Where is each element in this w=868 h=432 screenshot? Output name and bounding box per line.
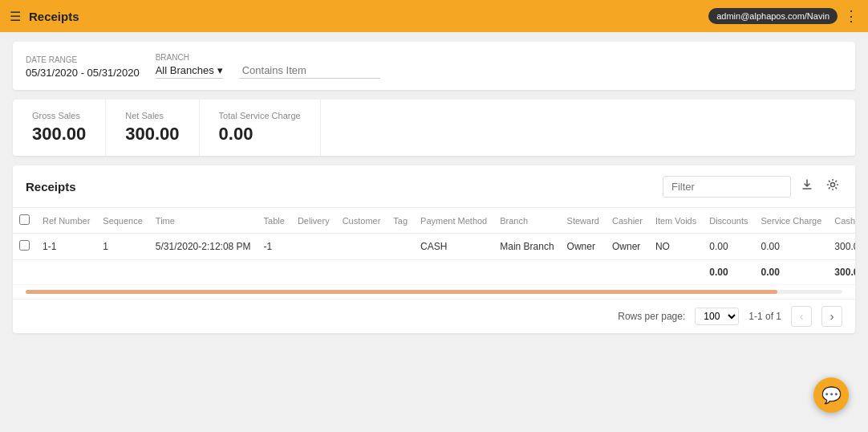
cell-sequence: 1 xyxy=(96,234,149,260)
scroll-bar-wrap xyxy=(13,285,855,299)
table-row[interactable]: 1-1 1 5/31/2020-2:12:08 PM -1 CASH Main … xyxy=(13,234,855,260)
user-badge: admin@alphapos.com/Navin xyxy=(708,8,838,24)
table-filter-input[interactable] xyxy=(663,176,791,198)
next-page-button[interactable]: › xyxy=(821,306,842,327)
table-actions xyxy=(663,175,842,198)
col-sequence: Sequence xyxy=(96,208,149,234)
table-wrapper: Ref Number Sequence Time Table Delivery … xyxy=(13,208,855,285)
col-cashier: Cashier xyxy=(606,208,649,234)
date-range-label: Date Range xyxy=(26,55,140,64)
table-header: Receipts xyxy=(13,165,855,208)
col-customer: Customer xyxy=(336,208,387,234)
page-title: Receipts xyxy=(29,10,79,23)
totals-customer xyxy=(336,260,387,285)
more-options-icon[interactable]: ⋮ xyxy=(844,7,858,25)
hamburger-icon[interactable]: ☰ xyxy=(10,9,21,24)
rows-per-page-select[interactable]: 100 50 25 xyxy=(695,308,739,325)
topbar-left: ☰ Receipts xyxy=(10,9,79,24)
date-range-value[interactable]: 05/31/2020 - 05/31/2020 xyxy=(26,67,140,79)
col-steward: Steward xyxy=(561,208,606,234)
cell-tag xyxy=(387,234,414,260)
download-icon xyxy=(801,178,813,191)
main-content: Date Range 05/31/2020 - 05/31/2020 Branc… xyxy=(0,32,868,343)
contains-group xyxy=(239,63,380,79)
cell-service-charge: 0.00 xyxy=(755,234,829,260)
scroll-bar xyxy=(26,290,842,294)
cell-item-voids: NO xyxy=(649,234,703,260)
gear-icon xyxy=(826,178,839,191)
net-sales-label: Net Sales xyxy=(125,111,179,120)
rows-per-page-label: Rows per page: xyxy=(618,311,685,322)
table-card: Receipts xyxy=(13,165,855,333)
totals-time xyxy=(149,260,258,285)
cell-cash-payments: 300.00 xyxy=(828,234,855,260)
filters-card: Date Range 05/31/2020 - 05/31/2020 Branc… xyxy=(13,42,855,90)
col-cash-payments: Cash Payments xyxy=(828,208,855,234)
col-time: Time xyxy=(149,208,258,234)
col-delivery: Delivery xyxy=(291,208,336,234)
service-charge-value: 0.00 xyxy=(219,124,301,145)
contains-item-input[interactable] xyxy=(239,63,380,79)
cell-branch: Main Branch xyxy=(493,234,560,260)
download-button[interactable] xyxy=(797,175,817,198)
date-range-group: Date Range 05/31/2020 - 05/31/2020 xyxy=(26,55,140,79)
row-checkbox[interactable] xyxy=(19,240,30,251)
service-charge-stat: Total Service Charge 0.00 xyxy=(200,100,321,156)
svg-point-0 xyxy=(831,183,835,187)
filter-row: Date Range 05/31/2020 - 05/31/2020 Branc… xyxy=(26,53,842,79)
cell-cashier: Owner xyxy=(606,234,649,260)
stats-card: Gross Sales 300.00 Net Sales 300.00 Tota… xyxy=(13,100,855,156)
gross-sales-stat: Gross Sales 300.00 xyxy=(13,100,106,156)
service-charge-label: Total Service Charge xyxy=(219,111,301,120)
totals-branch xyxy=(493,260,560,285)
totals-steward xyxy=(561,260,606,285)
cell-customer xyxy=(336,234,387,260)
cell-time: 5/31/2020-2:12:08 PM xyxy=(149,234,258,260)
totals-tag xyxy=(387,260,414,285)
col-discounts: Discounts xyxy=(703,208,754,234)
cell-table: -1 xyxy=(258,234,291,260)
totals-checkbox-cell xyxy=(13,260,36,285)
totals-cashier xyxy=(606,260,649,285)
cell-discounts: 0.00 xyxy=(703,234,754,260)
table-title: Receipts xyxy=(26,180,76,194)
receipts-table: Ref Number Sequence Time Table Delivery … xyxy=(13,208,855,285)
totals-table xyxy=(258,260,291,285)
row-checkbox-cell xyxy=(13,234,36,260)
cell-delivery xyxy=(291,234,336,260)
col-table: Table xyxy=(258,208,291,234)
select-all-header xyxy=(13,208,36,234)
pagination-row: Rows per page: 100 50 25 1-1 of 1 ‹ › xyxy=(13,299,855,333)
col-branch: Branch xyxy=(493,208,560,234)
branch-group: Branch All Branches ▾ xyxy=(156,53,223,79)
col-payment-method: Payment Method xyxy=(414,208,493,234)
prev-page-button[interactable]: ‹ xyxy=(791,306,812,327)
col-service-charge: Service Charge xyxy=(755,208,829,234)
col-ref-number: Ref Number xyxy=(36,208,96,234)
totals-service-charge: 0.00 xyxy=(755,260,829,285)
chevron-down-icon: ▾ xyxy=(217,64,223,76)
settings-button[interactable] xyxy=(823,175,842,198)
totals-sequence xyxy=(96,260,149,285)
branch-select[interactable]: All Branches ▾ xyxy=(156,64,223,79)
net-sales-value: 300.00 xyxy=(125,124,179,145)
totals-delivery xyxy=(291,260,336,285)
topbar: ☰ Receipts admin@alphapos.com/Navin ⋮ xyxy=(0,0,868,32)
totals-row: 0.00 0.00 300.00 0.00 0.00 300 xyxy=(13,260,855,285)
totals-ref xyxy=(36,260,96,285)
gross-sales-label: Gross Sales xyxy=(32,111,86,120)
col-item-voids: Item Voids xyxy=(649,208,703,234)
select-all-checkbox[interactable] xyxy=(19,214,30,225)
scroll-bar-thumb[interactable] xyxy=(26,290,777,294)
branch-value: All Branches xyxy=(156,64,214,76)
totals-item-voids xyxy=(649,260,703,285)
totals-discounts: 0.00 xyxy=(703,260,754,285)
topbar-right: admin@alphapos.com/Navin ⋮ xyxy=(708,7,858,25)
cell-steward: Owner xyxy=(561,234,606,260)
cell-ref: 1-1 xyxy=(36,234,96,260)
col-tag: Tag xyxy=(387,208,414,234)
totals-payment xyxy=(414,260,493,285)
net-sales-stat: Net Sales 300.00 xyxy=(106,100,199,156)
branch-label: Branch xyxy=(156,53,223,62)
totals-cash-payments: 300.00 xyxy=(828,260,855,285)
